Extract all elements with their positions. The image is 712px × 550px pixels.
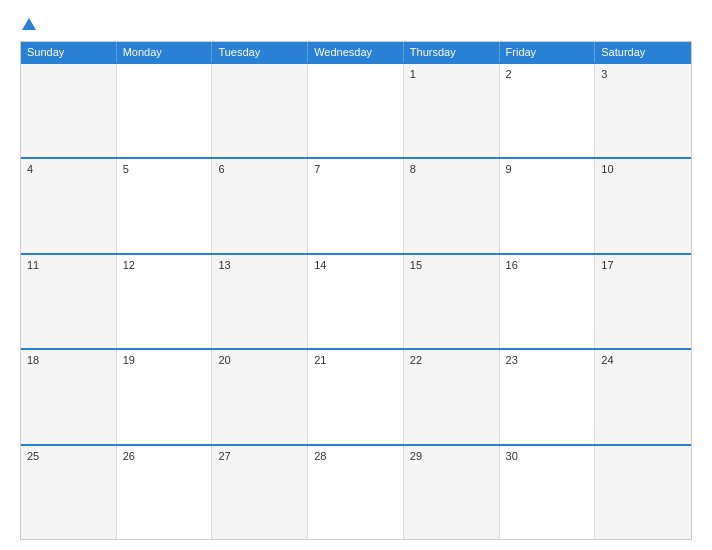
day-number: 16 [506, 259, 589, 271]
day-number: 8 [410, 163, 493, 175]
day-cell: 11 [21, 255, 117, 348]
calendar-weeks: 1234567891011121314151617181920212223242… [21, 62, 691, 539]
day-cell: 7 [308, 159, 404, 252]
day-header-monday: Monday [117, 42, 213, 62]
day-number: 19 [123, 354, 206, 366]
day-cell: 9 [500, 159, 596, 252]
day-cell: 17 [595, 255, 691, 348]
day-header-wednesday: Wednesday [308, 42, 404, 62]
day-number: 9 [506, 163, 589, 175]
day-number: 3 [601, 68, 685, 80]
day-cell [21, 64, 117, 157]
day-cell: 8 [404, 159, 500, 252]
day-cell: 23 [500, 350, 596, 443]
calendar-header [20, 18, 692, 31]
day-headers-row: SundayMondayTuesdayWednesdayThursdayFrid… [21, 42, 691, 62]
week-row-0: 123 [21, 62, 691, 157]
day-number: 22 [410, 354, 493, 366]
day-cell: 19 [117, 350, 213, 443]
day-cell: 16 [500, 255, 596, 348]
day-cell: 3 [595, 64, 691, 157]
day-number: 25 [27, 450, 110, 462]
day-number: 6 [218, 163, 301, 175]
logo-triangle-icon [22, 18, 36, 30]
day-number: 14 [314, 259, 397, 271]
day-cell: 5 [117, 159, 213, 252]
day-cell: 2 [500, 64, 596, 157]
day-header-tuesday: Tuesday [212, 42, 308, 62]
day-cell: 13 [212, 255, 308, 348]
day-number: 27 [218, 450, 301, 462]
day-cell: 21 [308, 350, 404, 443]
day-number: 26 [123, 450, 206, 462]
day-cell: 27 [212, 446, 308, 539]
week-row-1: 45678910 [21, 157, 691, 252]
day-cell: 14 [308, 255, 404, 348]
calendar-grid: SundayMondayTuesdayWednesdayThursdayFrid… [20, 41, 692, 540]
day-cell: 29 [404, 446, 500, 539]
day-header-friday: Friday [500, 42, 596, 62]
day-cell: 15 [404, 255, 500, 348]
day-cell [212, 64, 308, 157]
day-cell: 24 [595, 350, 691, 443]
day-number: 4 [27, 163, 110, 175]
day-cell: 26 [117, 446, 213, 539]
day-number: 10 [601, 163, 685, 175]
day-number: 29 [410, 450, 493, 462]
week-row-2: 11121314151617 [21, 253, 691, 348]
day-number: 28 [314, 450, 397, 462]
day-number: 18 [27, 354, 110, 366]
day-number: 5 [123, 163, 206, 175]
day-number: 11 [27, 259, 110, 271]
day-cell: 6 [212, 159, 308, 252]
logo-blue-text [20, 18, 36, 31]
day-cell: 10 [595, 159, 691, 252]
week-row-4: 252627282930 [21, 444, 691, 539]
day-cell: 4 [21, 159, 117, 252]
day-cell: 30 [500, 446, 596, 539]
day-number: 12 [123, 259, 206, 271]
day-cell: 28 [308, 446, 404, 539]
day-cell [117, 64, 213, 157]
day-cell [308, 64, 404, 157]
week-row-3: 18192021222324 [21, 348, 691, 443]
logo [20, 18, 36, 31]
day-number: 15 [410, 259, 493, 271]
day-number: 23 [506, 354, 589, 366]
day-header-thursday: Thursday [404, 42, 500, 62]
day-cell [595, 446, 691, 539]
day-cell: 25 [21, 446, 117, 539]
day-number: 17 [601, 259, 685, 271]
day-cell: 18 [21, 350, 117, 443]
day-number: 1 [410, 68, 493, 80]
day-number: 21 [314, 354, 397, 366]
day-number: 2 [506, 68, 589, 80]
day-cell: 1 [404, 64, 500, 157]
day-number: 13 [218, 259, 301, 271]
day-number: 7 [314, 163, 397, 175]
day-cell: 12 [117, 255, 213, 348]
day-cell: 20 [212, 350, 308, 443]
day-number: 24 [601, 354, 685, 366]
day-cell: 22 [404, 350, 500, 443]
calendar-page: SundayMondayTuesdayWednesdayThursdayFrid… [0, 0, 712, 550]
day-number: 20 [218, 354, 301, 366]
day-number: 30 [506, 450, 589, 462]
day-header-saturday: Saturday [595, 42, 691, 62]
day-header-sunday: Sunday [21, 42, 117, 62]
